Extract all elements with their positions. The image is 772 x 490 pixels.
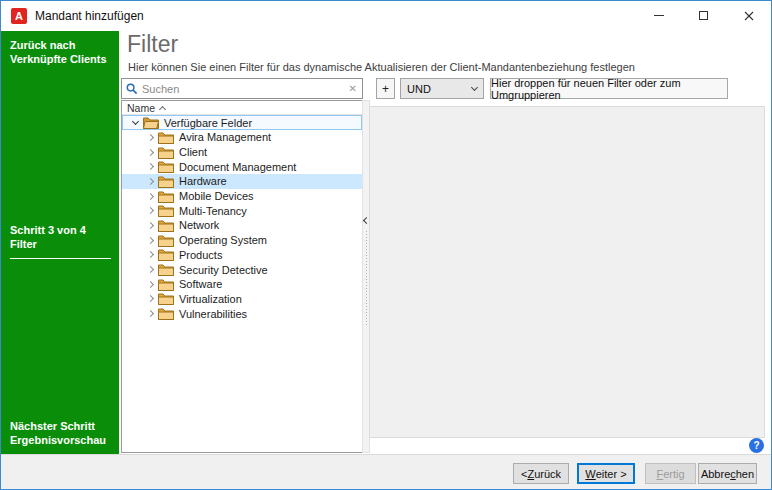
folder-icon [158, 307, 174, 320]
expand-expander-icon[interactable] [145, 223, 155, 228]
tree-item-label: Client [179, 146, 207, 158]
column-header-label: Name [127, 102, 155, 114]
expand-expander-icon[interactable] [145, 252, 155, 257]
current-step-block: Schritt 3 von 4 Filter [10, 223, 111, 259]
tree-item-label: Document Management [179, 161, 296, 173]
expand-expander-icon[interactable] [145, 164, 155, 169]
tree-item-label: Verfügbare Felder [164, 117, 252, 129]
splitter-grip-dots [366, 231, 367, 327]
column-header-name[interactable]: Name [122, 101, 362, 115]
folder-icon [158, 292, 174, 305]
folder-icon [158, 190, 174, 203]
search-icon [126, 83, 138, 95]
back-button[interactable]: < Zurück [513, 463, 569, 484]
finish-button[interactable]: Fertig [645, 463, 696, 484]
expand-expander-icon[interactable] [145, 296, 155, 301]
wizard-sidebar: Zurück nach Verknüpfte Clients Schritt 3… [1, 31, 119, 456]
folder-icon [158, 278, 174, 291]
tree-root-available-fields[interactable]: Verfügbare Felder [122, 115, 362, 130]
step-counter: Schritt 3 von 4 [10, 223, 111, 237]
expand-expander-icon[interactable] [145, 135, 155, 140]
step-divider [10, 258, 111, 259]
tree-item-products[interactable]: Products [122, 248, 362, 263]
close-button[interactable] [726, 1, 771, 30]
search-box: ✕ [121, 78, 363, 99]
dialog-window: A Mandant hinzufügen Zurück nach Verknüp… [0, 0, 772, 490]
tree-item-label: Software [179, 278, 222, 290]
tree-item-avira-management[interactable]: Avira Management [122, 130, 362, 145]
tree-item-security-detective[interactable]: Security Detective [122, 262, 362, 277]
folder-icon [158, 146, 174, 159]
tree-item-hardware[interactable]: Hardware [122, 174, 362, 189]
next-step-block: Nächster Schritt Ergebnisvorschau [10, 419, 111, 447]
tree-item-mobile-devices[interactable]: Mobile Devices [122, 189, 362, 204]
minimize-button[interactable] [636, 1, 681, 30]
folder-icon [158, 204, 174, 217]
back-link-line1: Zurück nach [10, 38, 111, 52]
add-filter-button[interactable]: + [376, 78, 395, 99]
help-button[interactable]: ? [749, 438, 764, 453]
tree-item-multi-tenancy[interactable]: Multi-Tenancy [122, 203, 362, 218]
close-icon [744, 11, 754, 21]
next-button[interactable]: Weiter > [577, 463, 635, 484]
tree-item-label: Hardware [179, 175, 227, 187]
operator-dropdown[interactable]: UND [400, 78, 484, 99]
main-content: Filter Hier können Sie einen Filter für … [119, 31, 772, 456]
filter-canvas-drop-area[interactable] [369, 106, 765, 438]
expand-expander-icon[interactable] [145, 150, 155, 155]
expand-expander-icon[interactable] [145, 282, 155, 287]
tree-item-label: Security Detective [179, 264, 268, 276]
chevron-down-icon [471, 84, 478, 91]
next-step-name: Ergebnisvorschau [10, 433, 111, 447]
tree-item-label: Mobile Devices [179, 190, 254, 202]
tree-item-vulnerabilities[interactable]: Vulnerabilities [122, 306, 362, 321]
expand-expander-icon[interactable] [145, 238, 155, 243]
back-to-previous-step-link[interactable]: Zurück nach Verknüpfte Clients [10, 38, 111, 66]
title-bar: A Mandant hinzufügen [1, 1, 771, 31]
tree-item-operating-system[interactable]: Operating System [122, 233, 362, 248]
maximize-icon [699, 11, 708, 20]
folder-icon [158, 234, 174, 247]
expand-expander-icon[interactable] [145, 267, 155, 272]
tree-item-document-management[interactable]: Document Management [122, 159, 362, 174]
page-title: Filter [127, 31, 178, 58]
tree-item-label: Operating System [179, 234, 267, 246]
avira-logo-icon: A [11, 8, 27, 24]
back-link-line2: Verknüpfte Clients [10, 52, 111, 66]
field-tree: Name Verfügbare Felder Avira Management … [121, 100, 363, 453]
folder-icon [158, 160, 174, 173]
search-input[interactable] [142, 83, 348, 95]
tree-item-label: Multi-Tenancy [179, 205, 247, 217]
collapse-expander-icon[interactable] [130, 121, 140, 124]
tree-item-client[interactable]: Client [122, 145, 362, 160]
tree-item-label: Avira Management [179, 131, 271, 143]
expand-expander-icon[interactable] [145, 194, 155, 199]
expand-expander-icon[interactable] [145, 311, 155, 316]
clear-search-icon[interactable]: ✕ [348, 83, 358, 94]
next-step-title: Nächster Schritt [10, 419, 111, 433]
tree-item-label: Virtualization [179, 293, 242, 305]
step-name: Filter [10, 237, 111, 251]
expand-expander-icon[interactable] [145, 179, 155, 184]
folder-icon [158, 248, 174, 261]
folder-icon [158, 219, 174, 232]
minimize-icon [654, 15, 664, 16]
expand-expander-icon[interactable] [145, 208, 155, 213]
tree-item-software[interactable]: Software [122, 277, 362, 292]
cancel-button[interactable]: Abbrechen [698, 463, 757, 484]
maximize-button[interactable] [681, 1, 726, 30]
button-bar: < Zurück Weiter > Fertig Abbrechen [1, 454, 771, 489]
folder-icon [158, 131, 174, 144]
open-folder-icon [143, 116, 159, 129]
tree-item-virtualization[interactable]: Virtualization [122, 292, 362, 307]
operator-value: UND [407, 83, 431, 95]
tree-item-label: Vulnerabilities [179, 308, 247, 320]
folder-icon [158, 263, 174, 276]
folder-icon [158, 175, 174, 188]
tree-item-label: Products [179, 249, 222, 261]
sort-ascending-icon [159, 105, 166, 112]
page-subtitle: Hier können Sie einen Filter für das dyn… [128, 61, 635, 73]
tree-item-network[interactable]: Network [122, 218, 362, 233]
window-title: Mandant hinzufügen [35, 9, 144, 23]
drop-zone-button[interactable]: Hier droppen für neuen Filter oder zum U… [490, 78, 728, 99]
